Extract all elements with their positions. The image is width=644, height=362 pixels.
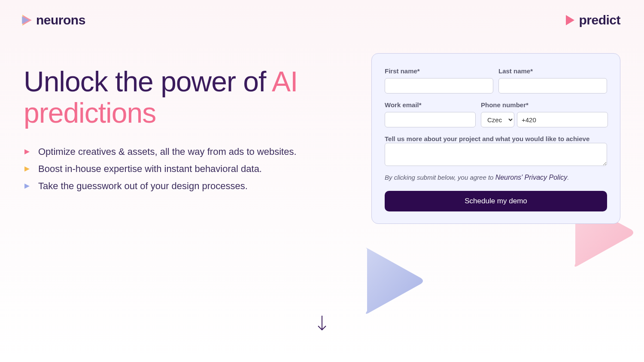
feature-item: Boost in-house expertise with instant be… [24,163,346,175]
logo-neurons-text: neurons [36,13,85,27]
neurons-logo-icon [21,14,33,27]
logo-predict-text: predict [579,13,620,27]
feature-text: Boost in-house expertise with instant be… [38,163,262,175]
first-name-input[interactable] [385,78,493,94]
feature-list: Optimize creatives & assets, all the way… [24,146,346,192]
feature-item: Take the guesswork out of your design pr… [24,181,346,192]
last-name-label: Last name* [498,67,607,75]
header: neurons predict [0,0,644,27]
privacy-policy-link[interactable]: Neurons' Privacy Policy [495,174,568,181]
consent-text: By clicking submit below, you agree to N… [385,174,607,181]
work-email-input[interactable] [385,112,476,127]
project-label: Tell us more about your project and what… [385,135,589,142]
country-code-select[interactable]: Czec [481,112,514,127]
page-headline: Unlock the power of AI predictions [24,66,346,128]
phone-label: Phone number* [481,101,608,109]
headline-text: Unlock the power of [24,66,272,97]
project-textarea[interactable] [385,143,607,166]
work-email-label: Work email* [385,101,476,109]
triangle-icon [24,183,30,190]
logo-predict[interactable]: predict [565,13,620,27]
phone-input[interactable] [517,112,608,127]
feature-text: Take the guesswork out of your design pr… [38,181,248,192]
last-name-input[interactable] [498,78,607,94]
triangle-icon [24,166,30,172]
hero-section: Unlock the power of AI predictions Optim… [24,53,346,224]
scroll-down-icon[interactable] [316,315,328,332]
feature-item: Optimize creatives & assets, all the way… [24,146,346,157]
submit-button[interactable]: Schedule my demo [385,191,607,211]
triangle-icon [24,148,30,155]
feature-text: Optimize creatives & assets, all the way… [38,146,297,157]
logo-neurons[interactable]: neurons [21,13,85,27]
main-content: Unlock the power of AI predictions Optim… [0,27,644,224]
first-name-label: First name* [385,67,493,75]
predict-logo-icon [565,14,575,26]
decorative-triangle-blue [361,244,425,317]
demo-form: First name* Last name* Work email* Phone… [371,53,620,224]
